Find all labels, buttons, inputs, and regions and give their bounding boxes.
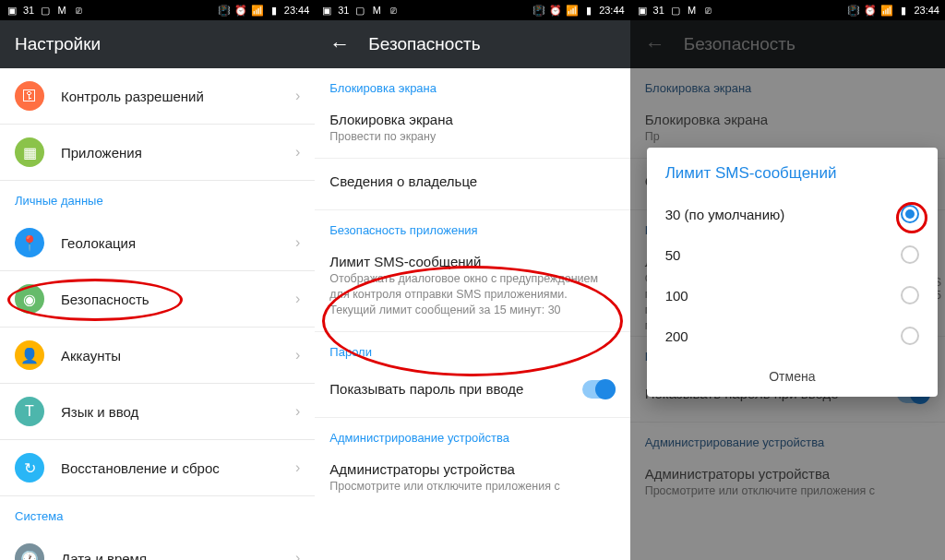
mail-icon: M (55, 4, 68, 17)
item-label: Безопасность (61, 292, 150, 307)
clock-icon: 🕐 (15, 543, 44, 560)
section-system: Система (0, 496, 315, 530)
item-sub: Просмотрите или отключите приложения с (329, 479, 615, 494)
image-icon: ▢ (353, 4, 366, 17)
item-title: Сведения о владельце (329, 168, 615, 195)
store-icon: ⎚ (387, 4, 400, 17)
key-icon: ⚿ (15, 81, 44, 111)
option-label: 100 (665, 288, 688, 304)
chevron-right-icon: › (295, 550, 300, 560)
notif-icon: ▣ (6, 4, 18, 17)
chevron-right-icon: › (295, 403, 300, 420)
page-title: Безопасность (368, 34, 480, 54)
item-sub: Отображать диалоговое окно с предупрежде… (329, 271, 615, 318)
item-apps[interactable]: ▦ Приложения › (0, 125, 315, 181)
item-title: Блокировка экрана (329, 112, 615, 127)
item-title: Лимит SMS-сообщений (329, 254, 615, 269)
calendar-icon: 31 (652, 4, 665, 17)
radio-icon[interactable] (901, 327, 919, 345)
radio-icon[interactable] (901, 245, 919, 264)
dialog-option-100[interactable]: 100 (647, 275, 938, 316)
item-sms-limit[interactable]: Лимит SMS-сообщений Отображать диалогово… (315, 244, 629, 332)
security-panel: ▣ 31 ▢ M ⎚ 📳 ⏰ 📶 ▮ 23:44 ← Безопасность … (315, 0, 629, 560)
item-device-admins[interactable]: Администраторы устройства Просмотрите ил… (315, 452, 629, 507)
image-icon: ▢ (669, 4, 682, 17)
chevron-right-icon: › (295, 144, 300, 161)
item-title: Администраторы устройства (329, 461, 615, 477)
mail-icon: M (370, 4, 383, 17)
status-bar: ▣ 31 ▢ M ⎚ 📳 ⏰ 📶 ▮ 23:44 (0, 0, 315, 20)
wifi-icon: 📶 (566, 4, 579, 17)
restore-icon: ↻ (15, 453, 44, 483)
shield-icon: ◉ (15, 284, 44, 314)
status-time: 23:44 (914, 5, 939, 16)
page-title: Настройки (15, 34, 101, 54)
header: Настройки (0, 20, 315, 68)
chevron-right-icon: › (295, 88, 300, 104)
sms-limit-dialog: Лимит SMS-сообщений 30 (по умолчанию) 50… (647, 148, 938, 397)
chevron-right-icon: › (295, 234, 300, 251)
back-arrow-icon[interactable]: ← (329, 32, 350, 56)
notif-icon: ▣ (636, 4, 649, 17)
battery-icon: ▮ (897, 4, 910, 17)
option-label: 200 (665, 328, 688, 344)
vibrate-icon: 📳 (218, 4, 231, 17)
battery-icon: ▮ (582, 4, 595, 17)
calendar-icon: 31 (337, 4, 350, 17)
alarm-icon: ⏰ (549, 4, 562, 17)
item-label: Дата и время (61, 551, 147, 561)
item-show-password[interactable]: Показывать пароль при вводе (315, 366, 629, 418)
dialog-option-200[interactable]: 200 (647, 316, 938, 356)
dialog-cancel-button[interactable]: Отмена (647, 356, 938, 397)
dialog-option-50[interactable]: 50 (647, 234, 938, 275)
item-language[interactable]: T Язык и ввод › (0, 384, 315, 440)
item-label: Аккаунты (61, 348, 121, 363)
radio-icon[interactable] (901, 286, 919, 304)
item-label: Восстановление и сброс (61, 460, 220, 476)
vibrate-icon: 📳 (847, 4, 860, 17)
vibrate-icon: 📳 (532, 4, 545, 17)
notif-icon: ▣ (320, 4, 333, 17)
pin-icon: 📍 (15, 228, 44, 257)
item-datetime[interactable]: 🕐 Дата и время › (0, 530, 315, 560)
dialog-title: Лимит SMS-сообщений (647, 164, 938, 194)
alarm-icon: ⏰ (864, 4, 877, 17)
radio-icon[interactable] (901, 205, 919, 223)
wifi-icon: 📶 (251, 4, 264, 17)
status-time: 23:44 (284, 5, 310, 16)
item-label: Приложения (61, 145, 142, 161)
item-label: Язык и ввод (61, 404, 138, 420)
section-passwords: Пароли (315, 332, 629, 366)
battery-icon: ▮ (268, 4, 281, 17)
chevron-right-icon: › (295, 291, 300, 307)
status-time: 23:44 (599, 5, 625, 16)
item-location[interactable]: 📍 Геолокация › (0, 215, 315, 271)
toggle-switch[interactable] (582, 380, 616, 399)
status-bar: ▣ 31 ▢ M ⎚ 📳 ⏰ 📶 ▮ 23:44 (315, 0, 629, 20)
header: ← Безопасность (315, 20, 629, 68)
chevron-right-icon: › (295, 347, 300, 363)
item-owner-info[interactable]: Сведения о владельце (315, 159, 629, 210)
item-accounts[interactable]: 👤 Аккаунты › (0, 328, 315, 384)
status-bar: ▣ 31 ▢ M ⎚ 📳 ⏰ 📶 ▮ 23:44 (630, 0, 945, 20)
user-icon: 👤 (15, 340, 44, 370)
alarm-icon: ⏰ (234, 4, 247, 17)
apps-icon: ▦ (15, 137, 44, 167)
store-icon: ⎚ (702, 4, 715, 17)
option-label: 50 (665, 247, 681, 263)
item-title: Показывать пароль при вводе (329, 375, 523, 402)
item-sub: Провести по экрану (329, 129, 615, 145)
item-screenlock[interactable]: Блокировка экрана Провести по экрану (315, 102, 629, 159)
image-icon: ▢ (39, 4, 52, 17)
item-permissions[interactable]: ⚿ Контроль разрешений › (0, 68, 315, 125)
wifi-icon: 📶 (880, 4, 893, 17)
item-label: Геолокация (61, 235, 136, 251)
section-appsecurity: Безопасность приложения (315, 210, 629, 244)
item-security[interactable]: ◉ Безопасность › (0, 271, 315, 328)
dialog-option-30[interactable]: 30 (по умолчанию) (647, 194, 938, 234)
mail-icon: M (686, 4, 699, 17)
section-device-admin: Администрирование устройства (315, 418, 629, 452)
security-dialog-panel: ▣ 31 ▢ M ⎚ 📳 ⏰ 📶 ▮ 23:44 ← Безопасность … (630, 0, 945, 560)
settings-panel: ▣ 31 ▢ M ⎚ 📳 ⏰ 📶 ▮ 23:44 Настройки ⚿ Кон… (0, 0, 315, 560)
item-backup[interactable]: ↻ Восстановление и сброс › (0, 440, 315, 496)
